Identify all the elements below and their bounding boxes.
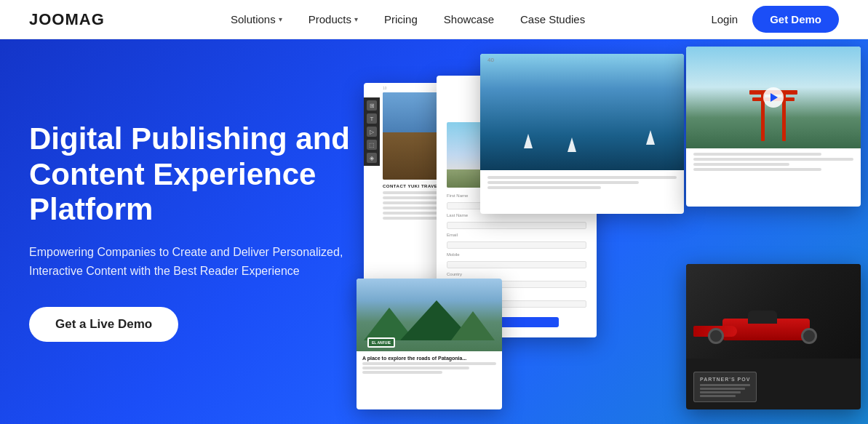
badge-text-line — [700, 384, 750, 386]
text-line — [362, 371, 442, 374]
car-cockpit — [748, 311, 777, 324]
hero-subtitle: Empowering Companies to Create and Deliv… — [29, 243, 364, 280]
hero-content: Digital Publishing and Content Experienc… — [29, 121, 407, 341]
nav-links: Solutions ▾ Products ▾ Pricing Showcase … — [105, 0, 712, 39]
badge-label-text: PARTNER'S POV — [700, 377, 750, 382]
text-line — [362, 362, 496, 365]
play-triangle-icon — [771, 93, 778, 102]
text-line — [693, 158, 853, 161]
text-line — [693, 163, 789, 166]
card6-title: A place to explore the roads of Patagoni… — [362, 356, 496, 361]
badge-content-lines — [700, 384, 750, 397]
solutions-chevron-icon: ▾ — [279, 15, 282, 23]
card6-text-area: A place to explore the roads of Patagoni… — [357, 351, 502, 378]
toolbar-btn-1: ⊞ — [367, 100, 377, 111]
brand-logo: JOOMAG — [29, 10, 105, 29]
card5-f1-image — [686, 264, 861, 359]
hero-section: Digital Publishing and Content Experienc… — [0, 39, 868, 424]
text-line — [693, 168, 821, 171]
f1-car-body — [693, 308, 824, 344]
card3-ocean-image — [480, 54, 684, 170]
text-line — [487, 181, 639, 184]
card3-page-number: 40 — [487, 57, 494, 63]
text-line — [362, 367, 469, 369]
sailboat-1-icon — [524, 134, 533, 148]
card4-shrine-image — [686, 47, 861, 148]
form-field-input — [447, 222, 586, 229]
mock-card-sailing: 40 — [480, 54, 684, 214]
nav-products[interactable]: Products ▾ — [295, 0, 371, 39]
form-field-label: Email — [447, 233, 586, 237]
card5-partner-pov-badge: PARTNER'S POV — [693, 372, 757, 402]
mountain-3-icon — [451, 311, 495, 340]
play-button-icon[interactable] — [763, 87, 784, 108]
badge-text-line — [700, 391, 741, 393]
nav-solutions[interactable]: Solutions ▾ — [218, 0, 295, 39]
card3-text-area — [480, 170, 684, 195]
hero-title: Digital Publishing and Content Experienc… — [29, 121, 407, 227]
badge-text-line — [700, 388, 745, 390]
badge-text-line — [700, 395, 736, 397]
login-link[interactable]: Login — [711, 13, 738, 25]
text-line — [487, 176, 677, 179]
products-chevron-icon: ▾ — [354, 15, 358, 23]
navbar: JOOMAG Solutions ▾ Products ▾ Pricing Sh… — [0, 0, 868, 39]
form-field-label: Mobile — [447, 252, 586, 257]
card4-text-area — [686, 148, 861, 175]
hero-visuals: ⊞ T ▷ ⬚ ◈ 10 CONTACT YUKI TRAVEL | CHILE — [349, 39, 868, 424]
form-field-label: Country — [447, 272, 586, 276]
nav-showcase[interactable]: Showcase — [431, 0, 507, 39]
nav-case-studies[interactable]: Case Studies — [507, 0, 598, 39]
text-line — [693, 153, 821, 156]
sailboat-3-icon — [646, 130, 655, 145]
nav-pricing[interactable]: Pricing — [371, 0, 431, 39]
text-line — [487, 186, 601, 189]
mock-card-shrine — [686, 47, 861, 207]
form-field-input — [447, 261, 586, 268]
mock-card-f1: PARTNER'S POV — [686, 264, 861, 409]
nav-actions: Login Get Demo — [711, 6, 839, 33]
sailboat-2-icon — [568, 137, 576, 152]
get-demo-button[interactable]: Get Demo — [752, 6, 839, 33]
form-field-input — [447, 241, 586, 249]
car-wheel-front-left — [708, 328, 724, 344]
live-demo-button[interactable]: Get a Live Demo — [29, 307, 178, 342]
car-wheel-front-right — [801, 328, 817, 344]
mock-document-cards: ⊞ T ▷ ⬚ ◈ 10 CONTACT YUKI TRAVEL | CHILE — [349, 39, 868, 424]
